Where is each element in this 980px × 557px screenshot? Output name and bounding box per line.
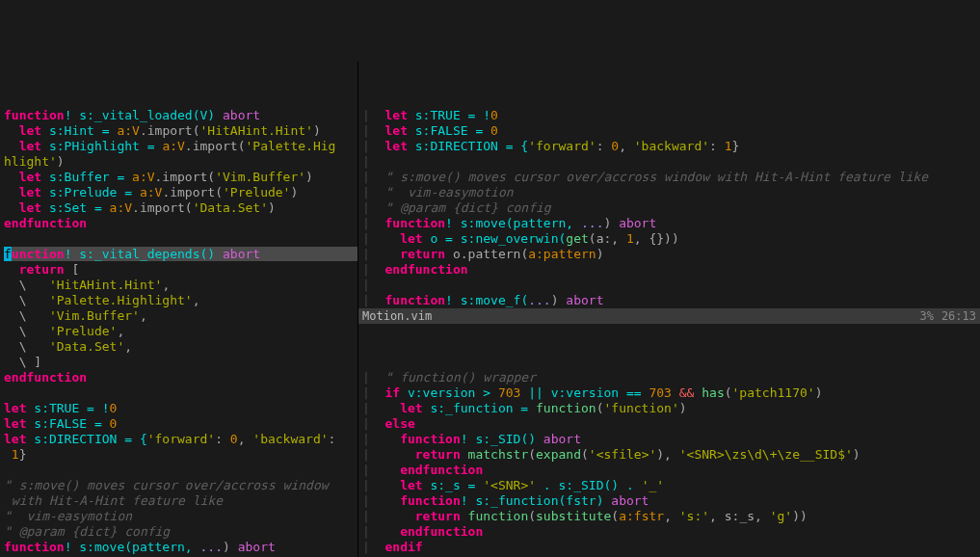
code-block-top-right[interactable]: | let s:TRUE = !0 | let s:FALSE = 0 | le… (358, 93, 980, 308)
left-pane[interactable]: function! s:_vital_loaded(V) abort let s… (0, 62, 358, 557)
statusline-mid: Motion.vim 3% 26:13 (358, 308, 980, 324)
code-block-bot-right[interactable]: | " function() wrapper | if v:version > … (358, 355, 980, 557)
status-pos-mid: 26:13 (941, 308, 976, 324)
code-block-left[interactable]: function! s:_vital_loaded(V) abort let s… (0, 93, 358, 557)
status-file-mid: Motion.vim (362, 308, 919, 324)
right-column: | let s:TRUE = !0 | let s:FALSE = 0 | le… (358, 62, 980, 557)
status-pct-mid: 3% (919, 308, 933, 324)
editor-area: function! s:_vital_loaded(V) abort let s… (0, 62, 980, 557)
bottom-right-pane[interactable]: | " function() wrapper | if v:version > … (358, 324, 980, 557)
top-right-pane[interactable]: | let s:TRUE = !0 | let s:FALSE = 0 | le… (358, 62, 980, 308)
